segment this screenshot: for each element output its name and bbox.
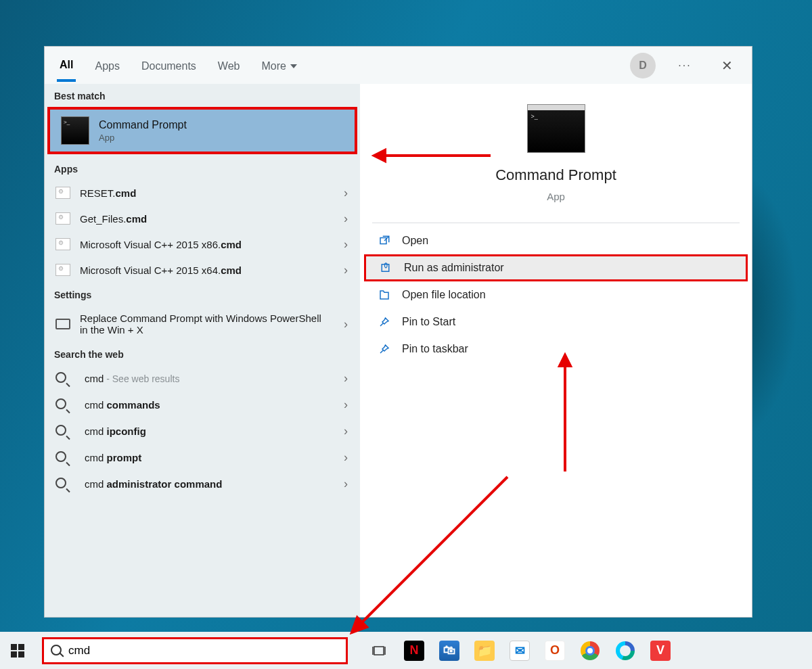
svg-rect-0 — [380, 238, 386, 244]
divider — [372, 223, 740, 223]
web-result-bold: commands — [107, 399, 160, 411]
web-result-row[interactable]: cmd commands › — [45, 392, 360, 418]
taskbar-app-file-explorer[interactable]: 📁 — [468, 635, 501, 667]
task-view-icon — [371, 643, 387, 659]
action-label: Open — [402, 235, 428, 247]
web-result-row[interactable]: cmd ipconfig › — [45, 418, 360, 444]
mail-icon: ✉ — [510, 641, 530, 661]
search-icon — [51, 645, 63, 657]
windows-logo-icon — [11, 644, 24, 658]
tab-documents[interactable]: Documents — [139, 51, 199, 80]
taskbar: N 🛍 📁 ✉ O V — [0, 632, 812, 669]
netflix-icon: N — [404, 641, 424, 661]
app-result-row[interactable]: RESET.cmd › — [45, 180, 360, 206]
app-result-bold: cmd — [221, 264, 242, 276]
user-avatar[interactable]: D — [630, 53, 656, 78]
vivaldi-icon: V — [650, 641, 671, 661]
start-button[interactable] — [0, 632, 35, 669]
chrome-icon — [581, 641, 600, 660]
result-preview-pane: Command Prompt App Open Run as administr… — [360, 84, 752, 617]
web-result-text: cmd — [85, 399, 107, 411]
taskbar-app-mail[interactable]: ✉ — [503, 635, 536, 667]
apps-heading: Apps — [45, 157, 360, 180]
folder-icon — [378, 289, 391, 301]
action-open[interactable]: Open — [360, 227, 752, 254]
chevron-right-icon: › — [344, 424, 348, 438]
cmd-file-icon — [55, 187, 70, 199]
chevron-right-icon: › — [344, 263, 348, 277]
web-result-row[interactable]: cmd - See web results › — [45, 365, 360, 392]
office-icon: O — [545, 641, 565, 661]
web-result-text: cmd — [85, 373, 104, 384]
preview-subtitle: App — [547, 191, 565, 202]
tab-more[interactable]: More — [258, 51, 299, 80]
chevron-right-icon: › — [344, 451, 348, 465]
taskbar-app-netflix[interactable]: N — [398, 635, 430, 667]
preview-title: Command Prompt — [495, 166, 616, 184]
more-options-button[interactable]: ··· — [672, 53, 698, 78]
best-match-subtitle: App — [99, 133, 187, 143]
best-match-title: Command Prompt — [99, 119, 187, 131]
folder-icon: 📁 — [474, 641, 495, 661]
search-input[interactable] — [68, 644, 339, 658]
web-result-text: cmd — [85, 452, 107, 463]
pin-icon — [378, 316, 391, 328]
chevron-right-icon: › — [344, 212, 348, 226]
svg-marker-8 — [352, 618, 367, 632]
app-result-text: RESET. — [80, 187, 116, 199]
action-open-file-location[interactable]: Open file location — [360, 281, 752, 308]
settings-result-row[interactable]: Replace Command Prompt with Windows Powe… — [45, 306, 360, 342]
ms-store-icon: 🛍 — [439, 641, 459, 661]
settings-result-text: Replace Command Prompt with Windows Powe… — [80, 313, 323, 336]
taskbar-app-chrome[interactable] — [574, 635, 606, 667]
action-label: Open file location — [402, 289, 486, 301]
action-pin-to-start[interactable]: Pin to Start — [360, 308, 752, 336]
web-result-bold: ipconfig — [107, 425, 146, 437]
action-label: Run as administrator — [404, 262, 504, 274]
app-result-bold: cmd — [126, 213, 147, 225]
app-result-text: Microsoft Visual C++ 2015 x64. — [80, 264, 221, 276]
web-result-row[interactable]: cmd administrator command › — [45, 471, 360, 497]
search-icon — [55, 478, 75, 490]
web-result-row[interactable]: cmd prompt › — [45, 444, 360, 471]
close-button[interactable]: ✕ — [714, 53, 740, 78]
tab-more-label: More — [261, 60, 286, 72]
action-label: Pin to taskbar — [402, 343, 468, 355]
search-results-panel: All Apps Documents Web More D ··· ✕ Best… — [44, 46, 752, 618]
chevron-right-icon: › — [344, 317, 348, 331]
svg-rect-2 — [374, 647, 384, 655]
settings-heading: Settings — [45, 283, 360, 306]
task-view-button[interactable] — [363, 635, 395, 667]
caret-down-icon — [290, 64, 297, 68]
taskbar-app-office[interactable]: O — [539, 635, 571, 667]
web-result-bold: administrator command — [107, 478, 223, 490]
taskbar-search-box[interactable] — [42, 637, 348, 664]
taskbar-app-edge[interactable] — [609, 635, 641, 667]
tab-all[interactable]: All — [57, 49, 76, 82]
tab-apps[interactable]: Apps — [92, 51, 122, 80]
open-icon — [378, 235, 391, 247]
app-result-row[interactable]: Microsoft Visual C++ 2015 x64.cmd › — [45, 257, 360, 283]
cmd-file-icon — [55, 212, 70, 225]
action-run-as-administrator[interactable]: Run as administrator — [364, 254, 748, 281]
chevron-right-icon: › — [344, 398, 348, 412]
web-result-text: cmd — [85, 425, 107, 437]
tab-web[interactable]: Web — [215, 51, 243, 80]
chevron-right-icon: › — [344, 477, 348, 491]
app-result-text: Get_Files. — [80, 213, 126, 225]
best-match-item[interactable]: Command Prompt App — [47, 107, 357, 154]
app-result-bold: cmd — [116, 187, 137, 199]
results-list: Best match Command Prompt App Apps RESET… — [45, 84, 360, 617]
app-result-row[interactable]: Get_Files.cmd › — [45, 206, 360, 231]
cmd-file-icon — [55, 238, 70, 250]
chevron-right-icon: › — [344, 186, 348, 200]
search-icon — [55, 398, 75, 411]
action-label: Pin to Start — [402, 316, 455, 328]
edge-icon — [616, 641, 635, 660]
app-result-row[interactable]: Microsoft Visual C++ 2015 x86.cmd › — [45, 231, 360, 257]
app-result-bold: cmd — [221, 239, 242, 250]
action-pin-to-taskbar[interactable]: Pin to taskbar — [360, 336, 752, 363]
taskbar-app-ms-store[interactable]: 🛍 — [433, 635, 466, 667]
web-heading: Search the web — [45, 342, 360, 365]
taskbar-app-vivaldi[interactable]: V — [644, 635, 677, 667]
